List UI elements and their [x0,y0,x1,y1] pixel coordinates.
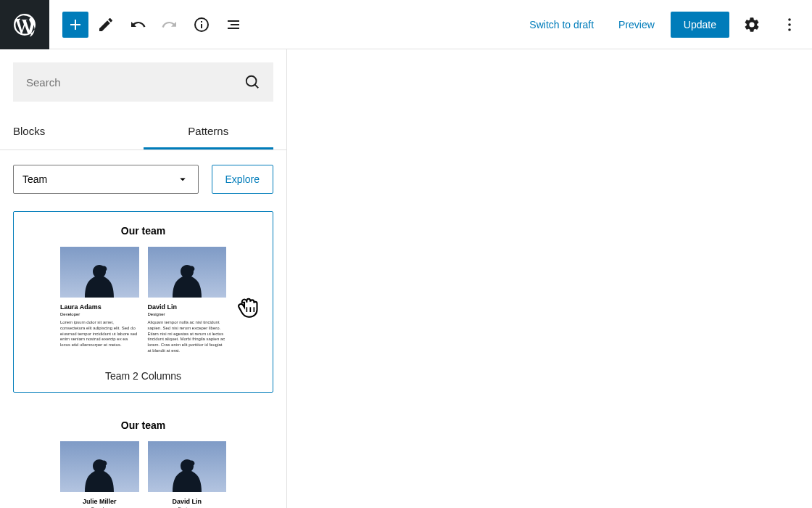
info-icon [193,16,210,33]
undo-icon [129,16,146,33]
member-name: David Lin [148,498,227,505]
silhouette-icon [169,258,205,298]
member-role: Designer [148,312,227,316]
explore-button[interactable]: Explore [212,165,273,194]
silhouette-icon [169,452,205,492]
chevron-down-icon [176,173,189,186]
select-value: Team [22,173,47,185]
pattern-heading: Our team [14,225,273,237]
member-name: Julie Miller [60,498,139,505]
redo-button[interactable] [155,10,184,39]
svg-point-2 [788,28,791,31]
silhouette-icon [81,452,117,492]
pencil-icon [97,16,115,33]
gear-icon [743,16,761,33]
pattern-card-team[interactable]: Our team Julie Miller Founder [13,406,273,508]
member-name: David Lin [148,303,227,311]
member-thumbnail [60,441,139,492]
inserter-panel: Blocks Patterns Team Explore Our team [0,49,287,508]
search-input-wrapper[interactable] [13,62,273,102]
outline-button[interactable] [219,10,248,39]
more-vertical-icon [781,16,798,33]
search-icon [244,74,260,90]
member-name: Laura Adams [60,303,139,311]
list-icon [225,16,242,33]
undo-button[interactable] [123,10,152,39]
team-member: Laura Adams Developer Lorem ipsum dolor … [60,247,139,354]
update-button[interactable]: Update [671,12,729,38]
member-bio: Lorem ipsum dolor sit amet, consectetura… [60,320,139,348]
cursor-icon [233,290,262,319]
team-member: David Lin Designer Aliquam tempor nulla … [148,247,227,354]
pattern-card-team-2-columns[interactable]: Our team Laura Adams Developer Lorem ips… [13,211,273,393]
tab-patterns[interactable]: Patterns [144,115,274,149]
info-button[interactable] [187,10,216,39]
svg-point-1 [788,23,791,26]
member-thumbnail [148,441,227,492]
editor-toolbar: Switch to draft Preview Update [0,0,812,49]
pattern-category-select[interactable]: Team [13,165,199,194]
member-thumbnail [148,247,227,298]
plus-icon [67,16,84,33]
svg-point-0 [788,18,791,21]
editor-canvas[interactable] [287,49,812,508]
team-member: David Lin Designer [148,441,227,508]
member-role: Developer [60,312,139,316]
member-thumbnail [60,247,139,298]
edit-button[interactable] [91,10,120,39]
inserter-tabs: Blocks Patterns [0,115,286,150]
member-bio: Aliquam tempor nulla ac nisl tincidunt s… [148,320,227,354]
team-member: Julie Miller Founder [60,441,139,508]
pattern-list: Our team Laura Adams Developer Lorem ips… [0,198,286,508]
redo-icon [161,16,178,33]
preview-button[interactable]: Preview [610,13,663,36]
wordpress-logo[interactable] [0,0,49,49]
pattern-label: Team 2 Columns [14,370,273,382]
pattern-heading: Our team [14,419,273,431]
settings-button[interactable] [737,9,767,40]
add-block-button[interactable] [62,12,88,38]
more-options-button[interactable] [774,9,805,40]
tab-blocks[interactable]: Blocks [13,115,144,149]
silhouette-icon [81,258,117,298]
switch-to-draft-button[interactable]: Switch to draft [521,13,602,36]
search-input[interactable] [26,76,244,89]
